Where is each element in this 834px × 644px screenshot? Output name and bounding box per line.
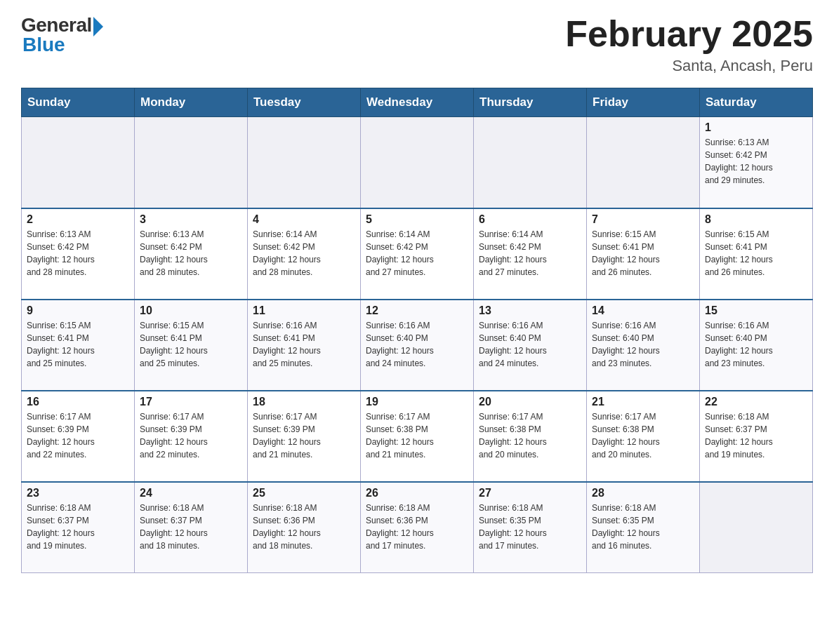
day-info: Sunrise: 6:15 AM Sunset: 6:41 PM Dayligh… bbox=[27, 319, 129, 370]
calendar-cell: 10Sunrise: 6:15 AM Sunset: 6:41 PM Dayli… bbox=[135, 300, 248, 391]
day-info: Sunrise: 6:18 AM Sunset: 6:36 PM Dayligh… bbox=[366, 502, 468, 552]
calendar-cell bbox=[700, 482, 813, 573]
day-number: 20 bbox=[479, 396, 581, 408]
calendar-cell: 24Sunrise: 6:18 AM Sunset: 6:37 PM Dayli… bbox=[135, 482, 248, 573]
calendar-cell: 13Sunrise: 6:16 AM Sunset: 6:40 PM Dayli… bbox=[474, 300, 587, 391]
day-info: Sunrise: 6:13 AM Sunset: 6:42 PM Dayligh… bbox=[140, 228, 242, 279]
day-info: Sunrise: 6:17 AM Sunset: 6:38 PM Dayligh… bbox=[592, 410, 694, 461]
day-info: Sunrise: 6:15 AM Sunset: 6:41 PM Dayligh… bbox=[592, 228, 694, 279]
day-number: 17 bbox=[140, 396, 242, 408]
day-number: 25 bbox=[253, 487, 355, 499]
month-title: February 2025 bbox=[565, 14, 813, 54]
day-info: Sunrise: 6:17 AM Sunset: 6:39 PM Dayligh… bbox=[27, 410, 129, 461]
calendar-cell bbox=[22, 117, 135, 208]
header-wednesday: Wednesday bbox=[361, 88, 474, 117]
location-subtitle: Santa, Ancash, Peru bbox=[565, 57, 813, 75]
day-number: 19 bbox=[366, 396, 468, 408]
day-info: Sunrise: 6:13 AM Sunset: 6:42 PM Dayligh… bbox=[27, 228, 129, 279]
calendar-cell: 14Sunrise: 6:16 AM Sunset: 6:40 PM Dayli… bbox=[587, 300, 700, 391]
day-number: 2 bbox=[27, 213, 129, 226]
day-number: 16 bbox=[27, 396, 129, 408]
day-number: 23 bbox=[27, 487, 129, 499]
calendar-cell: 23Sunrise: 6:18 AM Sunset: 6:37 PM Dayli… bbox=[22, 482, 135, 573]
day-info: Sunrise: 6:16 AM Sunset: 6:40 PM Dayligh… bbox=[366, 319, 468, 370]
day-number: 24 bbox=[140, 487, 242, 499]
calendar-cell: 16Sunrise: 6:17 AM Sunset: 6:39 PM Dayli… bbox=[22, 391, 135, 482]
calendar-cell: 1Sunrise: 6:13 AM Sunset: 6:42 PM Daylig… bbox=[700, 117, 813, 208]
calendar-cell: 21Sunrise: 6:17 AM Sunset: 6:38 PM Dayli… bbox=[587, 391, 700, 482]
day-number: 6 bbox=[479, 213, 581, 226]
day-number: 10 bbox=[140, 304, 242, 317]
day-info: Sunrise: 6:17 AM Sunset: 6:39 PM Dayligh… bbox=[253, 410, 355, 461]
day-info: Sunrise: 6:18 AM Sunset: 6:37 PM Dayligh… bbox=[27, 502, 129, 552]
calendar-cell bbox=[474, 117, 587, 208]
logo: General Blue bbox=[21, 14, 103, 56]
day-number: 27 bbox=[479, 487, 581, 499]
calendar-cell: 18Sunrise: 6:17 AM Sunset: 6:39 PM Dayli… bbox=[248, 391, 361, 482]
day-info: Sunrise: 6:17 AM Sunset: 6:38 PM Dayligh… bbox=[479, 410, 581, 461]
calendar-week-row: 16Sunrise: 6:17 AM Sunset: 6:39 PM Dayli… bbox=[22, 391, 813, 482]
calendar-cell: 28Sunrise: 6:18 AM Sunset: 6:35 PM Dayli… bbox=[587, 482, 700, 573]
day-info: Sunrise: 6:15 AM Sunset: 6:41 PM Dayligh… bbox=[140, 319, 242, 370]
day-number: 22 bbox=[705, 396, 807, 408]
calendar-cell bbox=[361, 117, 474, 208]
day-number: 28 bbox=[592, 487, 694, 499]
day-info: Sunrise: 6:18 AM Sunset: 6:35 PM Dayligh… bbox=[592, 502, 694, 552]
day-number: 3 bbox=[140, 213, 242, 226]
calendar-cell: 20Sunrise: 6:17 AM Sunset: 6:38 PM Dayli… bbox=[474, 391, 587, 482]
day-info: Sunrise: 6:16 AM Sunset: 6:41 PM Dayligh… bbox=[253, 319, 355, 370]
calendar-cell: 22Sunrise: 6:18 AM Sunset: 6:37 PM Dayli… bbox=[700, 391, 813, 482]
calendar-table: SundayMondayTuesdayWednesdayThursdayFrid… bbox=[21, 88, 813, 573]
day-number: 11 bbox=[253, 304, 355, 317]
day-number: 5 bbox=[366, 213, 468, 226]
calendar-week-row: 9Sunrise: 6:15 AM Sunset: 6:41 PM Daylig… bbox=[22, 300, 813, 391]
day-info: Sunrise: 6:18 AM Sunset: 6:35 PM Dayligh… bbox=[479, 502, 581, 552]
day-number: 1 bbox=[705, 121, 807, 134]
calendar-week-row: 23Sunrise: 6:18 AM Sunset: 6:37 PM Dayli… bbox=[22, 482, 813, 573]
day-info: Sunrise: 6:18 AM Sunset: 6:36 PM Dayligh… bbox=[253, 502, 355, 552]
calendar-cell: 17Sunrise: 6:17 AM Sunset: 6:39 PM Dayli… bbox=[135, 391, 248, 482]
calendar-cell: 15Sunrise: 6:16 AM Sunset: 6:40 PM Dayli… bbox=[700, 300, 813, 391]
day-info: Sunrise: 6:16 AM Sunset: 6:40 PM Dayligh… bbox=[479, 319, 581, 370]
title-block: February 2025 Santa, Ancash, Peru bbox=[565, 14, 813, 75]
logo-arrow-icon bbox=[93, 17, 103, 36]
calendar-cell: 5Sunrise: 6:14 AM Sunset: 6:42 PM Daylig… bbox=[361, 208, 474, 300]
day-info: Sunrise: 6:18 AM Sunset: 6:37 PM Dayligh… bbox=[140, 502, 242, 552]
day-info: Sunrise: 6:15 AM Sunset: 6:41 PM Dayligh… bbox=[705, 228, 807, 279]
day-number: 15 bbox=[705, 304, 807, 317]
header-thursday: Thursday bbox=[474, 88, 587, 117]
day-info: Sunrise: 6:16 AM Sunset: 6:40 PM Dayligh… bbox=[705, 319, 807, 370]
calendar-cell: 27Sunrise: 6:18 AM Sunset: 6:35 PM Dayli… bbox=[474, 482, 587, 573]
calendar-cell bbox=[248, 117, 361, 208]
calendar-cell: 2Sunrise: 6:13 AM Sunset: 6:42 PM Daylig… bbox=[22, 208, 135, 300]
calendar-cell bbox=[587, 117, 700, 208]
day-number: 14 bbox=[592, 304, 694, 317]
day-number: 26 bbox=[366, 487, 468, 499]
calendar-cell: 4Sunrise: 6:14 AM Sunset: 6:42 PM Daylig… bbox=[248, 208, 361, 300]
day-info: Sunrise: 6:14 AM Sunset: 6:42 PM Dayligh… bbox=[253, 228, 355, 279]
calendar-week-row: 1Sunrise: 6:13 AM Sunset: 6:42 PM Daylig… bbox=[22, 117, 813, 208]
header-sunday: Sunday bbox=[22, 88, 135, 117]
calendar-header-row: SundayMondayTuesdayWednesdayThursdayFrid… bbox=[22, 88, 813, 117]
day-number: 12 bbox=[366, 304, 468, 317]
day-info: Sunrise: 6:14 AM Sunset: 6:42 PM Dayligh… bbox=[366, 228, 468, 279]
day-number: 18 bbox=[253, 396, 355, 408]
logo-blue-text: Blue bbox=[22, 34, 65, 56]
calendar-cell: 7Sunrise: 6:15 AM Sunset: 6:41 PM Daylig… bbox=[587, 208, 700, 300]
calendar-cell: 6Sunrise: 6:14 AM Sunset: 6:42 PM Daylig… bbox=[474, 208, 587, 300]
header-tuesday: Tuesday bbox=[248, 88, 361, 117]
header-friday: Friday bbox=[587, 88, 700, 117]
calendar-cell: 12Sunrise: 6:16 AM Sunset: 6:40 PM Dayli… bbox=[361, 300, 474, 391]
calendar-week-row: 2Sunrise: 6:13 AM Sunset: 6:42 PM Daylig… bbox=[22, 208, 813, 300]
day-number: 4 bbox=[253, 213, 355, 226]
day-number: 7 bbox=[592, 213, 694, 226]
calendar-cell: 8Sunrise: 6:15 AM Sunset: 6:41 PM Daylig… bbox=[700, 208, 813, 300]
day-number: 9 bbox=[27, 304, 129, 317]
day-info: Sunrise: 6:17 AM Sunset: 6:38 PM Dayligh… bbox=[366, 410, 468, 461]
day-number: 8 bbox=[705, 213, 807, 226]
calendar-cell: 3Sunrise: 6:13 AM Sunset: 6:42 PM Daylig… bbox=[135, 208, 248, 300]
day-info: Sunrise: 6:13 AM Sunset: 6:42 PM Dayligh… bbox=[705, 136, 807, 187]
day-number: 21 bbox=[592, 396, 694, 408]
day-info: Sunrise: 6:18 AM Sunset: 6:37 PM Dayligh… bbox=[705, 410, 807, 461]
page-header: General Blue February 2025 Santa, Ancash… bbox=[21, 14, 813, 75]
